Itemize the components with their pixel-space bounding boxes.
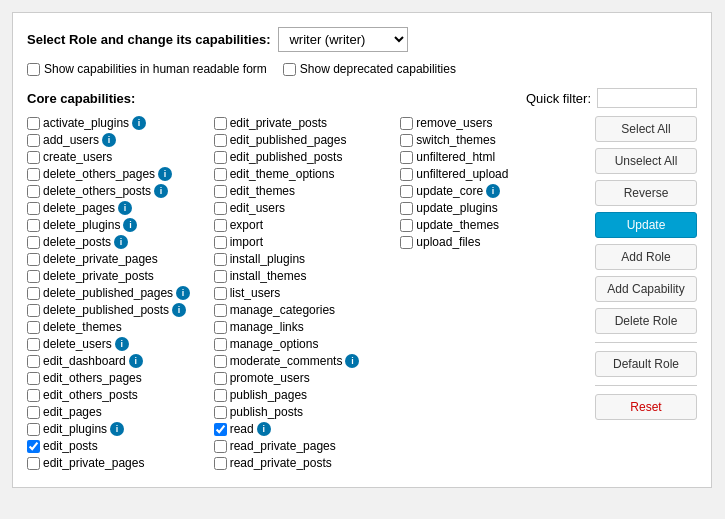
capability-checkbox[interactable] [214, 117, 227, 130]
capability-checkbox[interactable] [214, 355, 227, 368]
capability-checkbox[interactable] [400, 236, 413, 249]
info-icon[interactable]: i [132, 116, 146, 130]
list-item: manage_categories [214, 303, 397, 317]
info-icon[interactable]: i [114, 235, 128, 249]
list-item: delete_pagesi [27, 201, 210, 215]
show-human-readable-label[interactable]: Show capabilities in human readable form [27, 62, 267, 76]
capability-checkbox[interactable] [27, 253, 40, 266]
capability-checkbox[interactable] [27, 389, 40, 402]
default-role-button[interactable]: Default Role [595, 351, 697, 377]
capability-checkbox[interactable] [400, 134, 413, 147]
capability-checkbox[interactable] [214, 151, 227, 164]
capability-checkbox[interactable] [214, 202, 227, 215]
delete-role-button[interactable]: Delete Role [595, 308, 697, 334]
show-deprecated-checkbox[interactable] [283, 63, 296, 76]
capability-checkbox[interactable] [27, 134, 40, 147]
info-icon[interactable]: i [110, 422, 124, 436]
quick-filter-input[interactable] [597, 88, 697, 108]
capability-checkbox[interactable] [214, 287, 227, 300]
capability-checkbox[interactable] [27, 457, 40, 470]
capability-checkbox[interactable] [214, 236, 227, 249]
info-icon[interactable]: i [345, 354, 359, 368]
capability-checkbox[interactable] [214, 321, 227, 334]
capability-checkbox[interactable] [214, 457, 227, 470]
capability-checkbox[interactable] [214, 219, 227, 232]
capability-checkbox[interactable] [27, 406, 40, 419]
list-item: edit_published_posts [214, 150, 397, 164]
info-icon[interactable]: i [118, 201, 132, 215]
capability-checkbox[interactable] [27, 185, 40, 198]
list-item: delete_others_pagesi [27, 167, 210, 181]
capability-checkbox[interactable] [27, 304, 40, 317]
list-item: manage_options [214, 337, 397, 351]
add-capability-button[interactable]: Add Capability [595, 276, 697, 302]
list-item: read_private_posts [214, 456, 397, 470]
list-item: delete_pluginsi [27, 218, 210, 232]
capability-checkbox[interactable] [214, 406, 227, 419]
unselect-all-button[interactable]: Unselect All [595, 148, 697, 174]
info-icon[interactable]: i [115, 337, 129, 351]
reset-button[interactable]: Reset [595, 394, 697, 420]
capability-name: unfiltered_html [416, 150, 495, 164]
capability-checkbox[interactable] [27, 440, 40, 453]
capability-checkbox[interactable] [214, 185, 227, 198]
capability-checkbox[interactable] [214, 338, 227, 351]
capability-checkbox[interactable] [27, 372, 40, 385]
capability-checkbox[interactable] [214, 440, 227, 453]
capability-checkbox[interactable] [400, 185, 413, 198]
capability-checkbox[interactable] [400, 219, 413, 232]
update-button[interactable]: Update [595, 212, 697, 238]
capability-checkbox[interactable] [27, 236, 40, 249]
capability-name: delete_others_posts [43, 184, 151, 198]
list-item: edit_published_pages [214, 133, 397, 147]
reverse-button[interactable]: Reverse [595, 180, 697, 206]
capability-checkbox[interactable] [27, 202, 40, 215]
capability-name: delete_private_posts [43, 269, 154, 283]
info-icon[interactable]: i [172, 303, 186, 317]
capability-checkbox[interactable] [214, 304, 227, 317]
capability-checkbox[interactable] [27, 355, 40, 368]
capability-checkbox[interactable] [214, 389, 227, 402]
role-select[interactable]: writer (writer) [278, 27, 408, 52]
capability-name: upload_files [416, 235, 480, 249]
capability-checkbox[interactable] [214, 372, 227, 385]
capability-checkbox[interactable] [214, 423, 227, 436]
info-icon[interactable]: i [154, 184, 168, 198]
cap-column-2: edit_private_postsedit_published_pagesed… [214, 116, 401, 473]
info-icon[interactable]: i [176, 286, 190, 300]
capability-checkbox[interactable] [27, 338, 40, 351]
main-container: Select Role and change its capabilities:… [12, 12, 712, 488]
capability-name: delete_themes [43, 320, 122, 334]
show-human-readable-checkbox[interactable] [27, 63, 40, 76]
capability-checkbox[interactable] [400, 202, 413, 215]
info-icon[interactable]: i [486, 184, 500, 198]
capability-checkbox[interactable] [27, 423, 40, 436]
capability-name: edit_theme_options [230, 167, 335, 181]
capability-checkbox[interactable] [400, 117, 413, 130]
info-icon[interactable]: i [123, 218, 137, 232]
capability-checkbox[interactable] [27, 287, 40, 300]
capability-checkbox[interactable] [27, 270, 40, 283]
capability-checkbox[interactable] [214, 253, 227, 266]
capability-name: unfiltered_upload [416, 167, 508, 181]
capability-name: create_users [43, 150, 112, 164]
info-icon[interactable]: i [257, 422, 271, 436]
info-icon[interactable]: i [102, 133, 116, 147]
capability-checkbox[interactable] [400, 151, 413, 164]
show-deprecated-label[interactable]: Show deprecated capabilities [283, 62, 456, 76]
capability-checkbox[interactable] [27, 117, 40, 130]
list-item: readi [214, 422, 397, 436]
capability-checkbox[interactable] [400, 168, 413, 181]
capability-checkbox[interactable] [214, 134, 227, 147]
capability-checkbox[interactable] [27, 168, 40, 181]
info-icon[interactable]: i [129, 354, 143, 368]
select-all-button[interactable]: Select All [595, 116, 697, 142]
capability-checkbox[interactable] [214, 168, 227, 181]
list-item: edit_others_posts [27, 388, 210, 402]
add-role-button[interactable]: Add Role [595, 244, 697, 270]
capability-checkbox[interactable] [214, 270, 227, 283]
capability-checkbox[interactable] [27, 151, 40, 164]
capability-checkbox[interactable] [27, 321, 40, 334]
info-icon[interactable]: i [158, 167, 172, 181]
capability-checkbox[interactable] [27, 219, 40, 232]
